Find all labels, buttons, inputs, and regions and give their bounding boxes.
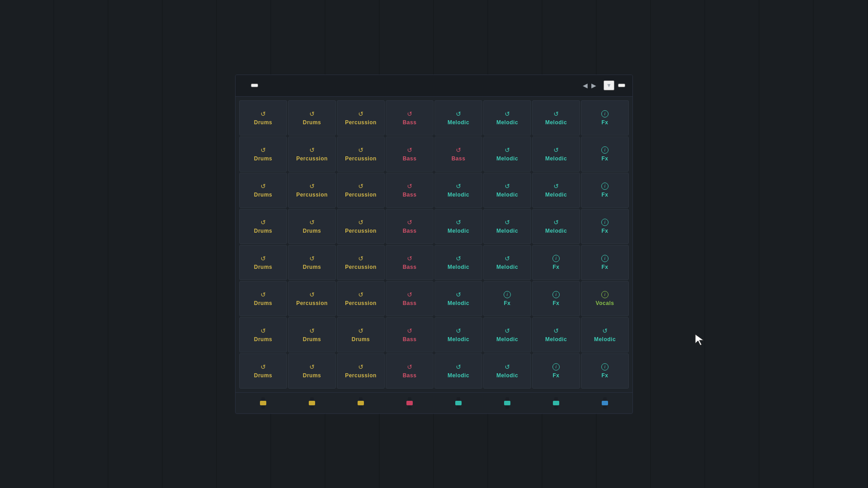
grid-cell[interactable]: ↻Melodic	[434, 209, 482, 244]
reset-button[interactable]	[251, 84, 258, 87]
grid-cell[interactable]: ↻Drums	[288, 353, 336, 389]
info-icon: i	[601, 182, 609, 190]
refresh-icon: ↻	[602, 327, 608, 334]
grid-cell[interactable]: ↻Bass	[386, 136, 434, 172]
fader-thumb[interactable]	[309, 401, 315, 405]
grid-cell[interactable]: iFx	[581, 100, 629, 136]
grid-cell[interactable]: ↻Drums	[239, 100, 287, 136]
cell-label: Melodic	[448, 228, 469, 234]
refresh-icon: ↻	[456, 110, 461, 117]
grid-cell[interactable]: ↻Drums	[337, 317, 385, 352]
grid-cell[interactable]: iFx	[581, 209, 629, 244]
grid-cell[interactable]: ↻Melodic	[483, 173, 531, 208]
grid-cell[interactable]: ↻Drums	[239, 353, 287, 389]
refresh-icon: ↻	[505, 110, 510, 117]
grid-cell[interactable]: ↻Drums	[288, 317, 336, 352]
grid-cell[interactable]: ↻Melodic	[434, 100, 482, 136]
grid-cell[interactable]: iFx	[532, 245, 580, 280]
grid-cell[interactable]: ↻Melodic	[434, 353, 482, 389]
grid-cell[interactable]: ↻Bass	[386, 209, 434, 244]
grid-cell[interactable]: iFx	[483, 281, 531, 316]
grid-cell[interactable]: iFx	[532, 353, 580, 389]
grid-cell[interactable]: ↻Percussion	[337, 136, 385, 172]
close-button[interactable]	[618, 84, 625, 87]
cell-label: Fx	[601, 228, 608, 234]
grid-cell[interactable]: ↻Bass	[386, 173, 434, 208]
grid-cell[interactable]: ↻Melodic	[532, 317, 580, 352]
fader-cell[interactable]	[434, 395, 482, 409]
fader-cell[interactable]	[483, 395, 531, 409]
fader-thumb[interactable]	[553, 401, 559, 405]
fader-thumb[interactable]	[260, 401, 266, 405]
fader-cell[interactable]	[532, 395, 580, 409]
fader-thumb[interactable]	[358, 401, 364, 405]
refresh-icon: ↻	[553, 219, 559, 226]
grid-cell[interactable]: ↻Percussion	[337, 353, 385, 389]
grid-cell[interactable]: ↻Melodic	[434, 317, 482, 352]
grid-cell[interactable]: ↻Melodic	[434, 173, 482, 208]
grid-cell[interactable]: iFx	[532, 281, 580, 316]
grid-cell[interactable]: ↻Melodic	[483, 100, 531, 136]
grid-cell[interactable]: ↻Melodic	[532, 209, 580, 244]
refresh-icon: ↻	[260, 183, 266, 190]
nav-prev[interactable]: ◀	[583, 82, 588, 89]
fader-thumb[interactable]	[455, 401, 462, 405]
grid-cell[interactable]: ↻Melodic	[483, 317, 531, 352]
fader-thumb[interactable]	[602, 401, 608, 405]
bpm-dropdown[interactable]: ▼	[604, 80, 614, 90]
grid-cell[interactable]: ↻Percussion	[337, 209, 385, 244]
fader-thumb[interactable]	[504, 401, 510, 405]
grid-cell[interactable]: ↻Percussion	[337, 281, 385, 316]
grid-cell[interactable]: ↻Drums	[288, 209, 336, 244]
grid-cell[interactable]: iFx	[581, 136, 629, 172]
refresh-icon: ↻	[505, 255, 510, 262]
fader-cell[interactable]	[337, 395, 385, 409]
refresh-icon: ↻	[358, 110, 363, 117]
fader-cell[interactable]	[386, 395, 434, 409]
grid-cell[interactable]: ↻Percussion	[288, 281, 336, 316]
refresh-icon: ↻	[260, 255, 266, 262]
grid-cell[interactable]: ↻Drums	[288, 100, 336, 136]
grid-cell[interactable]: ↻Bass	[386, 317, 434, 352]
grid-cell[interactable]: ↻Drums	[239, 317, 287, 352]
grid-cell[interactable]: iVocals	[581, 281, 629, 316]
grid-cell[interactable]: ↻Drums	[239, 281, 287, 316]
grid-cell[interactable]: ↻Percussion	[288, 136, 336, 172]
grid-cell[interactable]: ↻Bass	[386, 353, 434, 389]
grid-cell[interactable]: ↻Bass	[386, 281, 434, 316]
fader-cell[interactable]	[288, 395, 336, 409]
grid-cell[interactable]: ↻Drums	[239, 245, 287, 280]
grid-cell[interactable]: iFx	[581, 245, 629, 280]
grid-cell[interactable]: ↻Melodic	[532, 173, 580, 208]
refresh-icon: ↻	[456, 291, 461, 298]
grid-cell[interactable]: ↻Melodic	[532, 100, 580, 136]
grid-cell[interactable]: ↻Percussion	[337, 100, 385, 136]
fader-cell[interactable]	[239, 395, 287, 409]
grid-cell[interactable]: ↻Drums	[239, 173, 287, 208]
grid-cell[interactable]: ↻Melodic	[483, 353, 531, 389]
cell-label: Fx	[552, 372, 559, 379]
grid-cell[interactable]: ↻Melodic	[581, 317, 629, 352]
grid-cell[interactable]: ↻Drums	[239, 136, 287, 172]
grid-cell[interactable]: ↻Bass	[386, 100, 434, 136]
grid-cell[interactable]: ↻Drums	[239, 209, 287, 244]
fader-thumb[interactable]	[406, 401, 413, 405]
grid-cell[interactable]: ↻Percussion	[337, 245, 385, 280]
cell-label: Bass	[403, 300, 417, 306]
grid-cell[interactable]: ↻Percussion	[337, 173, 385, 208]
grid-cell[interactable]: ↻Melodic	[483, 209, 531, 244]
grid-cell[interactable]: ↻Bass	[434, 136, 482, 172]
grid-cell[interactable]: ↻Melodic	[483, 245, 531, 280]
grid-cell[interactable]: ↻Drums	[288, 245, 336, 280]
grid-cell[interactable]: ↻Melodic	[434, 245, 482, 280]
grid-cell[interactable]: ↻Percussion	[288, 173, 336, 208]
grid-cell[interactable]: ↻Bass	[386, 245, 434, 280]
info-icon: i	[601, 218, 609, 226]
grid-cell[interactable]: ↻Melodic	[532, 136, 580, 172]
fader-cell[interactable]	[581, 395, 629, 409]
grid-cell[interactable]: iFx	[581, 353, 629, 389]
grid-cell[interactable]: iFx	[581, 173, 629, 208]
grid-cell[interactable]: ↻Melodic	[483, 136, 531, 172]
nav-next[interactable]: ▶	[591, 82, 596, 89]
grid-cell[interactable]: ↻Melodic	[434, 281, 482, 316]
